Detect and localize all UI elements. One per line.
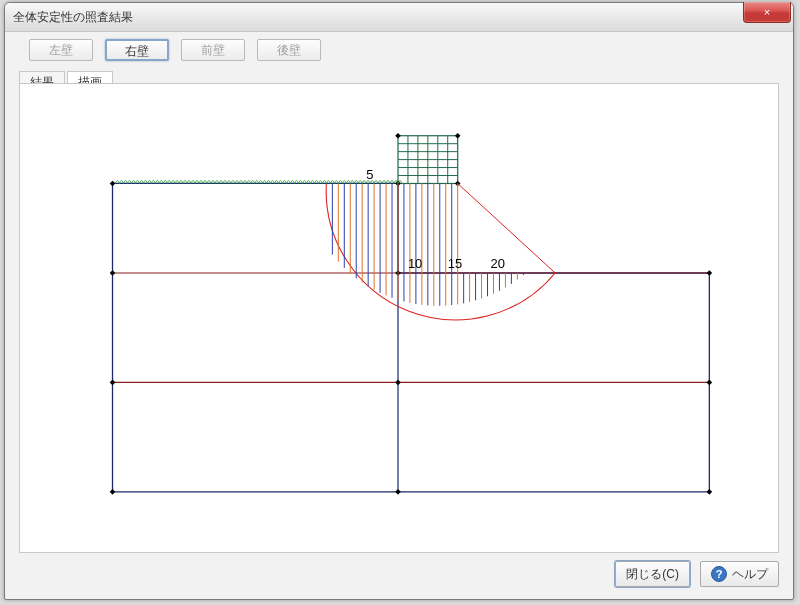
wall-button-group: 左壁 右壁 前壁 後壁 [29,39,321,61]
wall-button-right[interactable]: 右壁 [105,39,169,61]
title-bar[interactable]: 全体安定性の照査結果 × [5,3,793,32]
stability-drawing: 5 10 15 20 [20,84,778,552]
scale-label-20: 20 [491,256,505,271]
wall-button-back: 後壁 [257,39,321,61]
structure-grid [398,136,458,184]
slip-circle [326,183,555,319]
title-text: 全体安定性の照査結果 [13,9,133,26]
scale-label-10: 10 [408,256,422,271]
svg-rect-12 [455,133,461,139]
dialog-button-bar: 閉じる(C) ? ヘルプ [615,561,779,587]
scale-label-5: 5 [366,167,373,182]
close-button-label: 閉じる(C) [626,566,679,583]
client-area: 左壁 右壁 前壁 後壁 結果 描画 [11,33,787,593]
dialog-window: 全体安定性の照査結果 × 左壁 右壁 前壁 後壁 結果 描画 [4,2,794,600]
svg-rect-15 [110,181,116,187]
svg-rect-17 [110,380,116,386]
help-button-label: ヘルプ [732,566,768,583]
close-icon[interactable]: × [743,2,791,23]
close-x: × [764,6,770,18]
slice-bars [332,183,523,305]
help-icon: ? [711,566,727,582]
svg-rect-23 [707,380,713,386]
svg-rect-11 [395,133,401,139]
svg-rect-16 [110,270,116,276]
svg-rect-18 [110,489,116,495]
tab-panel: 5 10 15 20 [19,83,779,553]
svg-rect-24 [707,489,713,495]
node-markers [110,133,712,495]
svg-rect-20 [395,380,401,386]
slip-line [458,183,555,273]
wall-button-left: 左壁 [29,39,93,61]
svg-rect-22 [707,270,713,276]
wall-button-front: 前壁 [181,39,245,61]
svg-rect-21 [395,489,401,495]
close-button[interactable]: 閉じる(C) [615,561,690,587]
soil-boundary [113,183,710,491]
scale-label-15: 15 [448,256,462,271]
help-button[interactable]: ? ヘルプ [700,561,779,587]
